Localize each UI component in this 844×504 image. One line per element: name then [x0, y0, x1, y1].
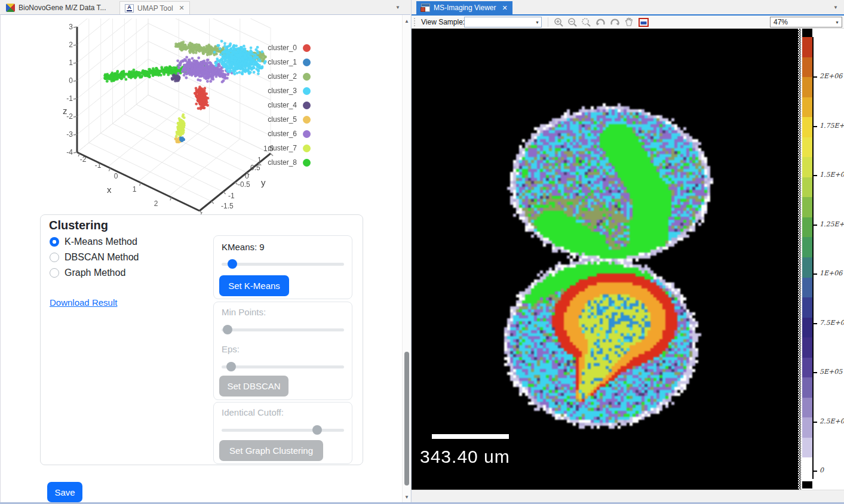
ms-imaging-viewer-panel: MS-Imaging Viewer ✕ ▼ View Sample: ▼ [411, 0, 844, 504]
close-icon[interactable]: ✕ [179, 4, 185, 12]
zoom-level-combobox[interactable]: 47% ▼ [770, 17, 842, 27]
legend-label: cluster_5 [262, 115, 297, 124]
legend-item-cluster_6[interactable]: cluster_6 [262, 127, 311, 141]
colorbar-tick-label: 1.25E+06 [820, 220, 844, 228]
colorbar-segment [802, 318, 812, 338]
zoom-reset-button[interactable] [580, 17, 592, 27]
legend-item-cluster_8[interactable]: cluster_8 [262, 155, 311, 170]
view-sample-label: View Sample: [421, 18, 465, 26]
zoom-out-button[interactable] [566, 17, 578, 27]
colorbar-tick [814, 372, 817, 373]
colorbar-segment [802, 157, 812, 177]
set-dbscan-button[interactable]: Set DBSCAN [219, 376, 289, 397]
min-points-slider[interactable] [222, 328, 344, 331]
legend-label: cluster_7 [262, 144, 297, 152]
min-points-slider-thumb[interactable] [223, 325, 232, 334]
radio-dbscan-method[interactable]: DBSCAN Method [50, 252, 139, 263]
radio-selected-icon[interactable] [50, 237, 59, 247]
set-kmeans-button[interactable]: Set K-Means [219, 275, 289, 296]
chevron-down-icon[interactable]: ▼ [395, 5, 400, 10]
umap-logo-icon: A [125, 4, 134, 13]
zoom-level-value: 47% [774, 18, 788, 26]
colorbar-tick [814, 175, 817, 176]
colorbar-tick-label: 1.5E+06 [820, 171, 844, 179]
status-bar [412, 490, 844, 503]
tab-ms-imaging-label: MS-Imaging Viewer [434, 4, 496, 12]
identical-cutoff-label: Identical Cutoff: [222, 407, 284, 417]
colorbar-segment [802, 377, 812, 398]
image-overlay-icon [639, 18, 649, 27]
colorbar-tick-label: 2E+06 [820, 72, 842, 80]
kmeans-slider-thumb[interactable] [228, 259, 237, 269]
left-tab-strip: BioNovoGene M/Z Data T... A UMAP Tool ✕ … [0, 0, 410, 14]
legend-swatch [303, 145, 311, 152]
legend-label: cluster_6 [262, 130, 297, 138]
colorbar-tick-label: 2.5E+05 [820, 417, 844, 425]
download-result-link[interactable]: Download Result [50, 297, 117, 308]
min-points-label: Min Points: [222, 307, 266, 317]
eps-slider-thumb[interactable] [226, 362, 236, 371]
plot-legend: cluster_0cluster_1cluster_2cluster_3clus… [262, 41, 311, 170]
colorbar-axis [812, 37, 814, 479]
clustering-title: Clustering [49, 219, 108, 232]
radio-graph-method[interactable]: Graph Method [50, 268, 125, 278]
image-overlay-button[interactable] [637, 17, 649, 27]
colorbar-tick [814, 471, 817, 472]
radio-unselected-icon[interactable] [50, 268, 59, 278]
colorbar-segment [802, 438, 812, 458]
colorbar-tick-label: 1.75E+06 [820, 122, 844, 130]
tab-ms-imaging-viewer[interactable]: MS-Imaging Viewer ✕ [416, 1, 512, 14]
view-sample-combobox[interactable]: ▼ [464, 17, 542, 27]
zoom-in-button[interactable] [553, 17, 564, 27]
rotate-right-button[interactable] [609, 17, 621, 27]
colorbar-zone: 2E+061.75E+061.5E+061.25E+061E+067.5E+05… [801, 29, 844, 490]
kmeans-card: KMeans: 9 Set K-Means [213, 235, 352, 299]
combo-arrow-icon: ▼ [535, 20, 539, 24]
pan-hand-button[interactable] [623, 17, 635, 27]
scrollbar-thumb[interactable] [404, 352, 409, 485]
rotate-left-button[interactable] [594, 17, 606, 27]
legend-item-cluster_5[interactable]: cluster_5 [262, 112, 311, 127]
legend-item-cluster_2[interactable]: cluster_2 [262, 69, 311, 84]
legend-label: cluster_1 [262, 58, 297, 66]
radio-label: K-Means Method [65, 236, 137, 247]
colorbar-tick [814, 126, 817, 127]
colorbar-tick-label: 1E+06 [820, 269, 842, 277]
legend-item-cluster_1[interactable]: cluster_1 [262, 55, 311, 69]
radio-k-means-method[interactable]: K-Means Method [50, 236, 137, 247]
colorbar-tick [814, 76, 817, 78]
colorbar-segment [802, 398, 812, 418]
close-icon[interactable]: ✕ [502, 4, 507, 12]
legend-swatch [303, 59, 311, 66]
combo-arrow-icon: ▼ [835, 20, 839, 24]
ms-tissue-image[interactable] [412, 29, 798, 490]
legend-item-cluster_3[interactable]: cluster_3 [262, 84, 311, 98]
scroll-down-icon[interactable]: ▼ [403, 494, 411, 500]
colorbar-tick [814, 422, 817, 423]
save-button[interactable]: Save [47, 482, 82, 502]
legend-swatch [303, 130, 311, 138]
colorbar-segment [802, 177, 812, 198]
identical-cutoff-slider[interactable] [222, 429, 344, 432]
colorbar-tick-label: 5E+05 [820, 368, 842, 376]
ms-image-area[interactable]: 343.40 um [412, 29, 798, 490]
umap-tool-content: cluster_0cluster_1cluster_2cluster_3clus… [0, 14, 410, 502]
pan-hand-icon [624, 17, 634, 27]
scroll-up-icon[interactable]: ▲ [403, 19, 411, 24]
legend-item-cluster_0[interactable]: cluster_0 [262, 41, 311, 55]
chevron-down-icon[interactable]: ▼ [833, 5, 838, 10]
eps-slider[interactable] [222, 365, 344, 368]
legend-item-cluster_4[interactable]: cluster_4 [262, 98, 311, 112]
legend-item-cluster_7[interactable]: cluster_7 [262, 141, 311, 155]
toolbar-grip[interactable] [413, 17, 416, 27]
set-graph-clustering-button[interactable]: Set Graph Clustering [219, 440, 323, 461]
tab-bionovogene[interactable]: BioNovoGene M/Z Data T... [1, 1, 111, 14]
kmeans-slider[interactable] [222, 263, 344, 266]
tab-umap-tool[interactable]: A UMAP Tool ✕ [119, 1, 190, 14]
identical-cutoff-slider-thumb[interactable] [312, 425, 322, 435]
colorbar-segment [802, 337, 812, 358]
radio-unselected-icon[interactable] [50, 253, 59, 262]
dbscan-card: Min Points: Eps: Set DBSCAN [213, 302, 352, 400]
legend-label: cluster_4 [262, 101, 297, 109]
left-scrollbar[interactable]: ▲ ▼ [402, 15, 410, 502]
